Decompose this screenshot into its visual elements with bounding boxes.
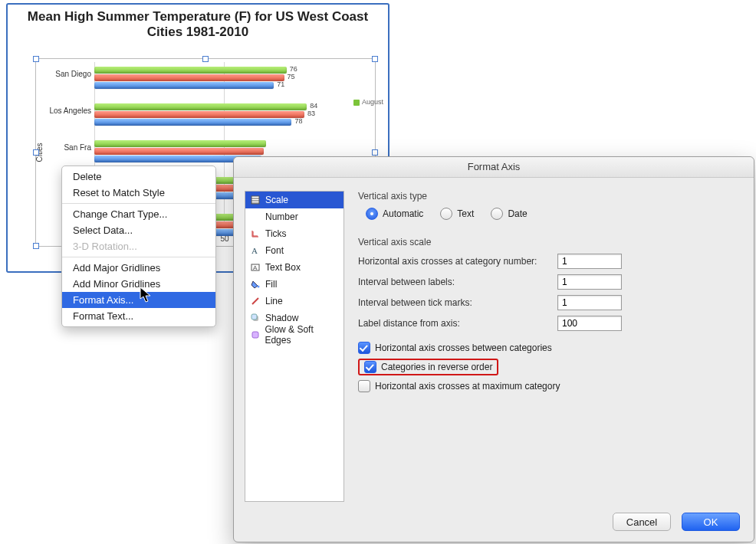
format-axis-dialog[interactable]: Format Axis ScaleNumberTicksAFontAText B… (233, 156, 754, 542)
sidebar-item-label: Fill (265, 279, 277, 290)
chart-title: Mean High Summer Temperature (F) for US … (8, 5, 388, 43)
radio-automatic[interactable]: Automatic (366, 208, 423, 220)
checkbox-icon (358, 342, 370, 354)
row-crosses-at: Horizontal axis crosses at category numb… (358, 254, 743, 269)
sidebar-item-label: Scale (265, 195, 288, 205)
cancel-button[interactable]: Cancel (613, 513, 671, 531)
menu-item-select-data[interactable]: Select Data... (62, 222, 215, 238)
text-box-icon: A (250, 262, 261, 273)
radio-text[interactable]: Text (440, 208, 474, 220)
scale-icon (250, 195, 261, 205)
sidebar-item-glow-soft-edges[interactable]: Glow & Soft Edges (245, 326, 343, 343)
legend-partial: August (353, 98, 383, 106)
bar-value-label: 75 (288, 73, 295, 80)
chk-crosses-between[interactable]: Horizontal axis crosses between categori… (358, 342, 743, 354)
radio-icon (440, 208, 452, 220)
sidebar-item-fill[interactable]: Fill (245, 276, 343, 293)
svg-point-4 (258, 286, 260, 288)
axis-type-label: Vertical axis type (358, 191, 743, 202)
bar-value-label: 84 (310, 102, 317, 110)
sidebar-item-scale[interactable]: Scale (245, 192, 343, 208)
svg-text:A: A (253, 264, 258, 271)
axis-scale-label: Vertical axis scale (358, 237, 743, 247)
row-label-distance: Label distance from axis: (358, 316, 743, 331)
category-label: Los Angeles (41, 107, 91, 115)
dialog-title: Format Axis (234, 157, 754, 178)
radio-icon (491, 208, 503, 220)
checkbox-icon (358, 380, 370, 392)
context-menu[interactable]: DeleteReset to Match StyleChange Chart T… (61, 165, 216, 327)
highlight-box: Categories in reverse order (358, 359, 498, 375)
sidebar-item-label: Font (265, 245, 284, 256)
bar-value-label: 76 (290, 65, 297, 73)
bar-value-label: 78 (294, 117, 302, 125)
sidebar-item-label: Shadow (265, 313, 298, 323)
input-interval-ticks[interactable] (557, 295, 622, 310)
sidebar-item-label: Glow & Soft Edges (265, 324, 339, 346)
axis-type-radios: Automatic Text Date (366, 208, 743, 220)
bar-august[interactable] (94, 67, 287, 74)
svg-text:A: A (251, 246, 258, 255)
sidebar-item-line[interactable]: Line (245, 293, 343, 310)
sidebar-item-label: Number (265, 211, 298, 222)
bar-july[interactable] (94, 74, 284, 81)
scale-pane: Vertical axis type Automatic Text Date V… (358, 191, 743, 502)
shadow-icon (250, 313, 261, 323)
input-label-distance[interactable] (557, 316, 622, 331)
checkbox-icon (364, 361, 376, 373)
bar-august[interactable] (94, 103, 307, 110)
menu-item-change-chart-type[interactable]: Change Chart Type... (62, 206, 215, 222)
bar-june[interactable] (94, 119, 291, 126)
sidebar-item-font[interactable]: AFont (245, 242, 343, 259)
category-label: San Fra (41, 143, 91, 152)
fill-icon (250, 279, 261, 290)
menu-item-reset-to-match-style[interactable]: Reset to Match Style (62, 185, 215, 201)
sidebar-item-text-box[interactable]: AText Box (245, 259, 343, 276)
category-label: San Diego (41, 70, 91, 78)
legend-swatch-icon (353, 100, 360, 106)
chk-crosses-max[interactable]: Horizontal axis crosses at maximum categ… (358, 380, 743, 392)
sidebar-item-number[interactable]: Number (245, 208, 343, 225)
bar-july[interactable] (94, 111, 304, 118)
input-interval-labels[interactable] (557, 274, 622, 290)
svg-rect-6 (251, 314, 257, 320)
glow-soft-edges-icon (250, 329, 260, 340)
chk-reverse-order[interactable]: Categories in reverse order (358, 359, 743, 375)
row-interval-ticks: Interval between tick marks: (358, 295, 743, 310)
bar-july[interactable] (94, 148, 264, 155)
font-icon: A (250, 245, 261, 256)
sidebar-item-label: Text Box (265, 262, 301, 273)
menu-item-add-minor-gridlines[interactable]: Add Minor Gridlines (62, 276, 215, 292)
menu-item-add-major-gridlines[interactable]: Add Major Gridlines (62, 260, 215, 276)
ticks-icon (250, 228, 261, 239)
ok-button[interactable]: OK (682, 513, 740, 531)
bar-value-label: 71 (277, 80, 284, 88)
menu-item-format-text[interactable]: Format Text... (62, 308, 215, 324)
menu-item-format-axis[interactable]: Format Axis... (62, 292, 215, 308)
menu-item-d-rotation: 3-D Rotation... (62, 238, 215, 254)
svg-rect-7 (252, 332, 258, 338)
radio-date[interactable]: Date (491, 208, 527, 220)
dialog-sidebar[interactable]: ScaleNumberTicksAFontAText BoxFillLineSh… (245, 191, 344, 502)
sidebar-item-label: Ticks (265, 228, 287, 239)
bar-august[interactable] (94, 140, 266, 147)
number-icon (250, 211, 261, 222)
bar-june[interactable] (94, 82, 274, 89)
sidebar-item-label: Line (265, 296, 283, 306)
bar-value-label: 83 (307, 110, 315, 117)
menu-item-delete[interactable]: Delete (62, 169, 215, 185)
input-crosses-at[interactable] (557, 254, 622, 269)
line-icon (250, 296, 261, 306)
radio-icon (366, 208, 378, 220)
row-interval-labels: Interval between labels: (358, 274, 743, 290)
sidebar-item-ticks[interactable]: Ticks (245, 225, 343, 242)
